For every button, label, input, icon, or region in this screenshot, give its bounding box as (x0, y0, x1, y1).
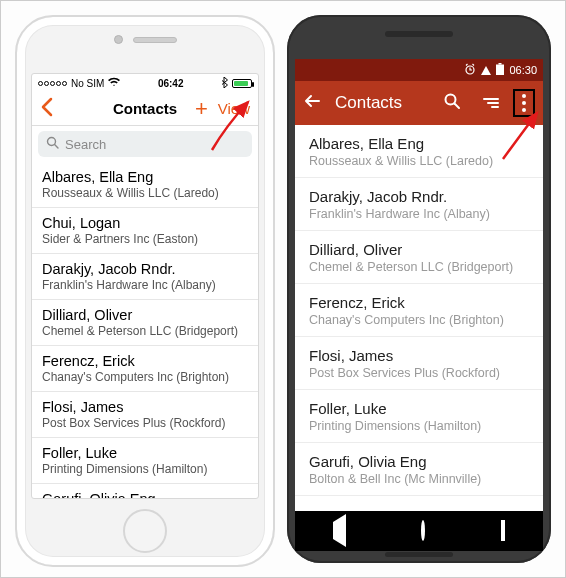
nav-home-button[interactable] (421, 522, 425, 540)
contacts-list[interactable]: Albares, Ella EngRousseaux & Willis LLC … (295, 125, 543, 511)
list-item[interactable]: Darakjy, Jacob Rndr.Franklin's Hardware … (295, 178, 543, 231)
overflow-menu-button[interactable] (513, 89, 535, 117)
list-item[interactable]: Flosi, JamesPost Box Services Plus (Rock… (32, 392, 258, 438)
back-button[interactable] (40, 97, 54, 121)
bluetooth-icon (221, 77, 228, 90)
home-button[interactable] (123, 509, 167, 553)
android-bottom-speaker-icon (287, 552, 551, 557)
svg-rect-4 (499, 63, 502, 65)
svg-line-6 (455, 103, 460, 108)
list-item[interactable]: Dilliard, OliverChemel & Peterson LLC (B… (32, 300, 258, 346)
front-camera-icon (114, 35, 123, 44)
signal-icon (481, 66, 491, 75)
list-item[interactable]: Darakjy, Jacob Rndr.Franklin's Hardware … (32, 254, 258, 300)
page-title: Contacts (335, 93, 402, 113)
ios-status-bar: No SIM 06:42 (32, 74, 258, 92)
search-icon (46, 136, 59, 152)
iphone-sensor-bar (17, 35, 273, 44)
list-item[interactable]: Flosi, JamesPost Box Services Plus (Rock… (295, 337, 543, 390)
list-item[interactable]: Albares, Ella EngRousseaux & Willis LLC … (32, 162, 258, 208)
ios-nav-bar: Contacts + View (32, 92, 258, 126)
battery-icon (232, 79, 252, 88)
nav-back-button[interactable] (333, 522, 346, 540)
page-title: Contacts (113, 100, 177, 117)
back-button[interactable] (303, 92, 321, 114)
search-placeholder: Search (65, 137, 106, 152)
list-item[interactable]: Ferencz, ErickChanay's Computers Inc (Br… (32, 346, 258, 392)
android-app-bar: Contacts (295, 81, 543, 125)
status-time: 06:30 (509, 64, 537, 76)
signal-dots-icon (38, 81, 67, 86)
android-nav-bar (295, 511, 543, 551)
carrier-label: No SIM (71, 78, 104, 89)
contacts-list[interactable]: Albares, Ella EngRousseaux & Willis LLC … (32, 162, 258, 499)
list-item[interactable]: Ferencz, ErickChanay's Computers Inc (Br… (295, 284, 543, 337)
list-item[interactable]: Garufi, Olivia Eng (32, 484, 258, 499)
status-time: 06:42 (158, 78, 184, 89)
android-status-bar: 06:30 (295, 59, 543, 81)
search-button[interactable] (441, 92, 463, 115)
list-item[interactable]: Foller, LukePrinting Dimensions (Hamilto… (295, 390, 543, 443)
list-item[interactable]: Garufi, Olivia EngBolton & Bell Inc (Mc … (295, 443, 543, 496)
list-item[interactable]: Chui, LoganSider & Partners Inc (Easton) (32, 208, 258, 254)
sort-button[interactable] (477, 98, 499, 108)
android-screen: 06:30 Contacts Albares, Ella (295, 59, 543, 511)
view-button[interactable]: View (218, 100, 250, 117)
android-speaker-icon (287, 15, 551, 53)
iphone-screen: No SIM 06:42 (31, 73, 259, 499)
search-input[interactable]: Search (38, 131, 252, 157)
iphone-device-frame: No SIM 06:42 (15, 15, 275, 567)
svg-rect-3 (496, 65, 504, 76)
add-button[interactable]: + (195, 98, 208, 120)
android-device-frame: 06:30 Contacts Albares, Ella (287, 15, 551, 563)
list-item[interactable]: Dilliard, OliverChemel & Peterson LLC (B… (295, 231, 543, 284)
svg-line-1 (55, 145, 58, 148)
list-item[interactable]: Albares, Ella EngRousseaux & Willis LLC … (295, 125, 543, 178)
list-item[interactable]: Foller, LukePrinting Dimensions (Hamilto… (32, 438, 258, 484)
wifi-icon (108, 77, 120, 89)
alarm-icon (464, 63, 476, 77)
battery-icon (496, 63, 504, 77)
nav-recent-button[interactable] (501, 522, 505, 540)
speaker-icon (133, 37, 177, 43)
